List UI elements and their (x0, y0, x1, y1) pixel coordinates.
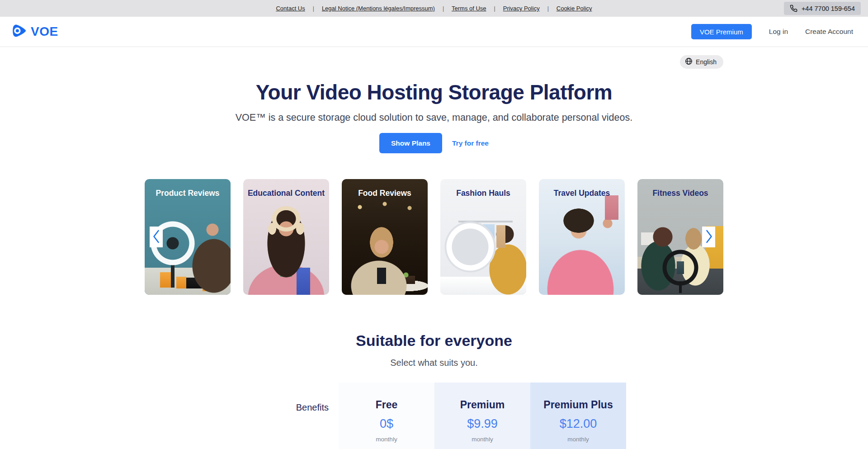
header: VOE VOE Premium Log in Create Account (0, 17, 868, 47)
header-actions: VOE Premium Log in Create Account (691, 24, 857, 39)
category-carousel: Product Reviews Educational Content Food… (145, 179, 723, 295)
phone-icon (790, 5, 797, 12)
voe-logo[interactable]: VOE (11, 23, 58, 41)
carousel-track: Product Reviews Educational Content Food… (145, 179, 723, 295)
card-title: Fitness Videos (637, 179, 723, 198)
play-logo-icon (11, 23, 28, 41)
globe-icon (685, 57, 693, 66)
plan-price: 0$ (339, 417, 434, 431)
carousel-prev-button[interactable] (150, 227, 163, 247)
plan-period: monthly (339, 436, 434, 443)
topbar-link-privacy-policy[interactable]: Privacy Policy (503, 5, 540, 12)
language-label: English (696, 58, 717, 66)
language-selector[interactable]: English (680, 55, 723, 69)
carousel-card-travel-updates: Travel Updates (539, 179, 625, 295)
carousel-next-button[interactable] (702, 227, 715, 247)
plan-column-premium-plus[interactable]: Premium Plus $12.00 monthly (530, 383, 626, 449)
card-title: Food Reviews (342, 179, 428, 198)
voe-landing-page: Contact Us | Legal Notice (Mentions léga… (0, 0, 868, 449)
plan-column-free[interactable]: Free 0$ monthly (339, 383, 434, 449)
pricing-heading: Suitable for everyone (145, 332, 723, 350)
show-plans-button[interactable]: Show Plans (379, 133, 442, 153)
card-title: Travel Updates (539, 179, 625, 198)
topbar-link-cookie-policy[interactable]: Cookie Policy (557, 5, 592, 12)
topbar-link-contact-us[interactable]: Contact Us (276, 5, 305, 12)
separator: | (443, 5, 444, 12)
hero-title: Your Video Hosting Storage Platform (145, 80, 723, 104)
plan-name: Premium (434, 399, 530, 411)
phone-number: +44 7700 159-654 (802, 5, 855, 12)
carousel-card-educational-content: Educational Content (243, 179, 329, 295)
create-account-link[interactable]: Create Account (805, 28, 853, 36)
phone-number-button[interactable]: +44 7700 159-654 (784, 2, 861, 15)
chevron-left-icon (152, 229, 161, 246)
plan-period: monthly (434, 436, 530, 443)
pricing-subheading: Select what suits you. (145, 358, 723, 368)
carousel-card-fashion-hauls: Fashion Hauls (440, 179, 526, 295)
log-in-link[interactable]: Log in (769, 28, 788, 36)
pricing-table: Benefits Free 0$ monthly Premium $9.99 m… (284, 383, 626, 449)
plan-price: $12.00 (530, 417, 626, 431)
plan-column-premium[interactable]: Premium $9.99 monthly (434, 383, 530, 449)
hero-cta-row: Show Plans Try for free (145, 133, 723, 153)
card-title: Product Reviews (145, 179, 231, 198)
main-content: English Your Video Hosting Storage Platf… (145, 55, 723, 449)
separator: | (547, 5, 549, 12)
chevron-right-icon (704, 229, 713, 246)
plan-name: Free (339, 399, 434, 411)
try-for-free-button[interactable]: Try for free (452, 139, 489, 147)
carousel-card-food-reviews: Food Reviews (342, 179, 428, 295)
plan-period: monthly (530, 436, 626, 443)
topbar-link-legal-notice[interactable]: Legal Notice (Mentions légales/Impressum… (322, 5, 435, 12)
plan-name: Premium Plus (530, 399, 626, 411)
language-row: English (145, 55, 723, 69)
card-title: Educational Content (243, 179, 329, 198)
topbar: Contact Us | Legal Notice (Mentions léga… (0, 0, 868, 17)
hero-subtitle: VOE™ is a secure storage cloud solution … (145, 112, 723, 123)
separator: | (313, 5, 314, 12)
voe-logo-text: VOE (31, 24, 58, 39)
voe-premium-button[interactable]: VOE Premium (691, 24, 752, 39)
topbar-link-terms-of-use[interactable]: Terms of Use (452, 5, 486, 12)
benefits-label: Benefits (284, 383, 339, 449)
card-title: Fashion Hauls (440, 179, 526, 198)
separator: | (494, 5, 495, 12)
plan-price: $9.99 (434, 417, 530, 431)
